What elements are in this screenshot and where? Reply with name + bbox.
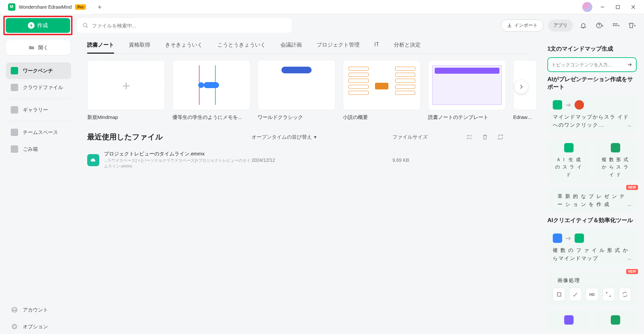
image-tool-icons: HD	[553, 288, 631, 301]
chevron-down-icon: ▾	[634, 24, 636, 27]
sidebar-item-cloud[interactable]: クラウドファイル	[6, 79, 71, 96]
edrawmind-icon	[575, 233, 584, 243]
sort-label-text: オープンタイムの並び替え	[252, 134, 312, 140]
card-innovative-pres[interactable]: NEW 革 新 的 な プ レ ゼ ン テ ー シ ョ ン を 作 成 →	[547, 188, 637, 213]
tab-reading-notes[interactable]: 読書ノート	[87, 42, 114, 54]
template-card[interactable]: 優等生の学生のようにメモを...	[172, 60, 250, 121]
sidebar: 開く ワークベンチ クラウドファイル ギャラリー チームスペース ごみ箱 アカウ…	[0, 37, 77, 334]
card-image-processing[interactable]: NEW 画像処理 HD	[547, 272, 637, 306]
app-tab[interactable]: Wondershare EdrawMind Pro	[2, 0, 92, 14]
import-button[interactable]: インポート	[501, 19, 543, 31]
tool-crop-button[interactable]	[553, 288, 565, 301]
delete-button[interactable]	[482, 134, 488, 140]
tab-analysis[interactable]: 分析と決定	[394, 42, 421, 54]
card-sheet[interactable]	[594, 311, 637, 331]
template-card[interactable]: ワールドクラシック	[258, 60, 335, 121]
svg-point-12	[614, 25, 615, 26]
recent-file-row[interactable]: プロジェクトレビューのタイムライン.emmx ...ラウドスペース] > [パー…	[87, 151, 530, 169]
theme-button[interactable]: ▾	[626, 20, 637, 31]
crop-icon	[556, 291, 562, 297]
new-tab-button[interactable]: ＋	[94, 1, 105, 13]
tab-project-management[interactable]: プロジェクト管理	[317, 42, 360, 54]
card-mindmap-to-slide[interactable]: ➔ マインドマップからスラ イドへのワンクリック... →	[547, 95, 637, 134]
sidebar-item-label: ギャラリー	[23, 107, 48, 113]
maximize-button[interactable]	[612, 2, 623, 12]
file-cloud-icon	[87, 154, 99, 166]
svg-rect-18	[467, 135, 468, 136]
arrow-right-icon: →	[627, 202, 632, 208]
gear-icon	[11, 323, 18, 330]
search-box[interactable]	[77, 18, 292, 33]
svg-point-7	[599, 26, 599, 27]
close-button[interactable]	[628, 2, 639, 12]
chevron-right-icon	[518, 84, 524, 90]
card-title: 画像処理	[553, 276, 631, 284]
svg-point-13	[616, 25, 617, 26]
sidebar-item-account[interactable]: アカウント	[6, 302, 71, 318]
sidebar-item-teamspace[interactable]: チームスペース	[6, 124, 71, 141]
trash-icon	[11, 145, 18, 153]
card-files-to-mindmap[interactable]: ➔ 複 数 の フ ァ イ ル 形 式 か らマインドマップ →	[547, 229, 637, 267]
window-controls	[582, 2, 642, 12]
sidebar-item-options[interactable]: オプション	[6, 318, 71, 334]
sort-dropdown[interactable]: オープンタイムの並び替え ▾	[252, 134, 392, 140]
sidebar-item-trash[interactable]: ごみ箱	[6, 141, 71, 157]
arrow-right-icon: →	[627, 256, 632, 262]
template-title: EdrawMind	[513, 114, 537, 120]
minimize-button[interactable]	[597, 2, 608, 12]
create-button[interactable]: + 作成	[6, 18, 70, 33]
document-icon	[553, 233, 562, 243]
list-view-button[interactable]	[466, 134, 473, 140]
recent-files-section: 最近使用したファイル オープンタイムの並び替え ▾ ファイルサイズ プロジェクト	[87, 132, 530, 169]
tool-hd-button[interactable]: HD	[586, 288, 598, 301]
sidebar-item-label: クラウドファイル	[23, 84, 63, 91]
template-thumbnail	[343, 60, 421, 110]
tab-basic-education[interactable]: きそきょういく	[165, 42, 203, 54]
sidebar-item-gallery[interactable]: ギャラリー	[6, 102, 71, 118]
template-title: ワールドクラシック	[258, 114, 335, 121]
file-icon	[611, 143, 620, 152]
card-ai-slide[interactable]: ＡＩ 生 成 の ス ラ イ ド	[547, 138, 590, 183]
tab-higher-education[interactable]: こうとうきょういく	[217, 42, 266, 54]
arrow-right-icon	[627, 62, 633, 68]
main-content: 読書ノート 資格取得 きそきょういく こうとうきょういく 会議計画 プロジェクト…	[77, 37, 540, 334]
template-title: 優等生の学生のようにメモを...	[172, 114, 250, 121]
import-label: インポート	[514, 22, 538, 28]
tab-meeting-plan[interactable]: 会議計画	[280, 42, 302, 54]
template-card[interactable]: 小説の概要	[343, 60, 421, 121]
user-avatar[interactable]	[582, 2, 592, 12]
expand-icon	[605, 291, 611, 297]
apps-button[interactable]: アプリ	[548, 19, 573, 31]
open-button[interactable]: 開く	[6, 40, 70, 55]
search-input[interactable]	[92, 23, 286, 28]
apps-grid-button[interactable]: ▾	[610, 20, 621, 31]
card-multi-slide[interactable]: 複 数 形 式 か ら ス ラ イ ド	[594, 138, 637, 183]
arrow-right-icon: ➔	[566, 101, 571, 109]
help-button[interactable]: ▾	[594, 20, 605, 31]
tool-expand-button[interactable]	[602, 288, 615, 301]
chevron-down-icon: ▾	[602, 24, 603, 27]
tab-qualification[interactable]: 資格取得	[129, 42, 150, 54]
notifications-button[interactable]	[578, 20, 589, 31]
carousel-next-button[interactable]	[515, 80, 528, 93]
sidebar-item-label: アカウント	[23, 307, 48, 313]
template-thumbnail	[172, 60, 250, 110]
template-card-new[interactable]: ＋ 新規Mindmap	[87, 60, 165, 121]
tools-heading: AIクリエイティブ＆効率化ツール	[547, 216, 637, 224]
card-doc[interactable]	[547, 311, 590, 331]
tool-erase-button[interactable]	[569, 288, 582, 301]
bell-icon	[580, 22, 587, 29]
tool-sync-button[interactable]	[619, 288, 631, 301]
apps-label: アプリ	[553, 22, 568, 28]
generate-input[interactable]	[551, 62, 627, 67]
template-card[interactable]: 読書ノートのテンプレート	[428, 60, 506, 121]
refresh-button[interactable]	[497, 134, 504, 140]
sidebar-item-workbench[interactable]: ワークベンチ	[6, 62, 71, 79]
tab-it[interactable]: IT	[374, 42, 379, 54]
generate-input-row[interactable]	[547, 57, 637, 72]
chevron-down-icon: ▾	[314, 134, 317, 140]
import-icon	[507, 23, 512, 28]
svg-point-8	[613, 23, 614, 24]
card-icons: ➔	[553, 233, 631, 243]
generate-go-button[interactable]	[627, 62, 633, 68]
